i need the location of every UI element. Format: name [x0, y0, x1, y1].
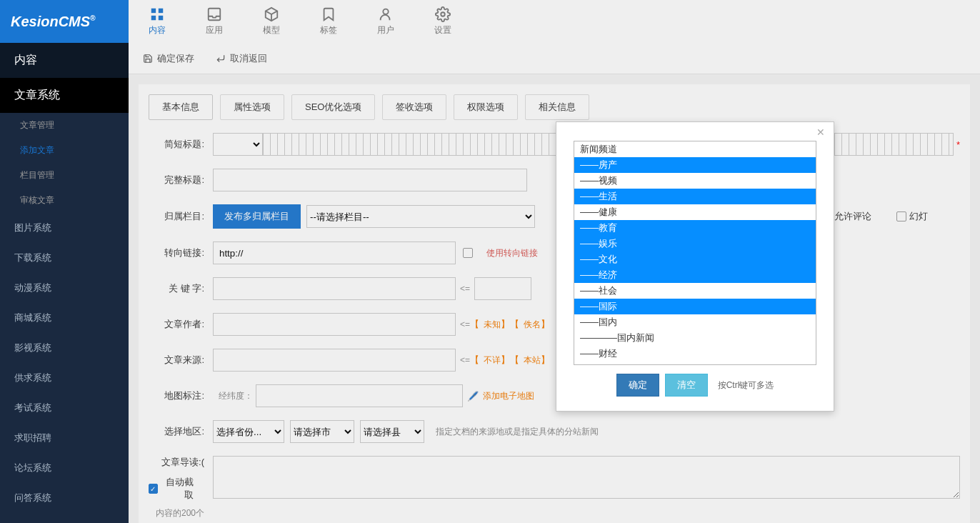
sidebar-item[interactable]: 商城系统	[0, 303, 129, 333]
sidebar-subitem[interactable]: 添加文章	[0, 138, 129, 163]
full-title-input[interactable]	[213, 169, 527, 191]
category-select[interactable]: --请选择栏目--	[306, 205, 535, 228]
form-tab[interactable]: 属性选项	[220, 94, 284, 120]
sidebar-title: 内容	[0, 43, 129, 78]
add-map-link[interactable]: 添加电子地图	[483, 390, 534, 402]
topnav-item-inbox[interactable]: 应用	[186, 0, 243, 43]
brand-sup: ®	[90, 14, 95, 22]
county-select[interactable]: 请选择县	[360, 420, 424, 443]
svg-rect-1	[159, 9, 163, 13]
map-lonlat-input[interactable]	[256, 384, 463, 407]
form-tab[interactable]: 相关信息	[525, 94, 589, 120]
topnav-item-bookmark[interactable]: 标签	[300, 0, 357, 43]
full-title-label: 完整标题:	[149, 174, 213, 186]
category-option[interactable]: 新闻频道	[574, 141, 816, 157]
keyword-aux-input[interactable]	[474, 277, 531, 300]
cube-icon	[264, 6, 279, 22]
sidebar-item[interactable]: 问答系统	[0, 483, 129, 513]
author-preset-unknown[interactable]: 未知	[484, 319, 501, 331]
back-icon	[216, 54, 226, 64]
topnav-item-user[interactable]: 用户	[357, 0, 414, 43]
use-redirect-checkbox[interactable]	[463, 248, 476, 258]
source-preset-unknown[interactable]: 不详	[484, 354, 501, 367]
keyword-input[interactable]	[213, 277, 456, 300]
sidebar-item[interactable]: 图片系统	[0, 213, 129, 243]
sidebar-item[interactable]: 求职招聘	[0, 423, 129, 453]
redirect-input[interactable]	[213, 241, 456, 264]
category-option[interactable]: ——社会	[574, 283, 816, 299]
sidebar-item[interactable]: 动漫系统	[0, 273, 129, 303]
sidebar-subitem[interactable]: 栏目管理	[0, 163, 129, 188]
topnav-item-cube[interactable]: 模型	[243, 0, 300, 43]
category-option[interactable]: ——视频	[574, 173, 816, 189]
category-modal: ✕ 新闻频道——房产——视频——生活——健康——教育——娱乐——文化——经济——…	[556, 121, 834, 412]
toolbar: 确定保存 取消返回	[129, 43, 980, 74]
svg-point-5	[383, 9, 388, 14]
category-option[interactable]: ——动漫资讯	[574, 362, 816, 365]
sidebar-item[interactable]: 考试系统	[0, 393, 129, 423]
sidebar-subitem[interactable]: 审核文章	[0, 188, 129, 213]
form-tab[interactable]: 基本信息	[149, 94, 213, 120]
svg-point-6	[441, 12, 445, 16]
form-tab[interactable]: 签收选项	[382, 94, 446, 120]
category-option[interactable]: ——国际	[574, 299, 816, 314]
sidebar-item[interactable]: 论坛系统	[0, 453, 129, 483]
save-icon	[143, 54, 153, 64]
redirect-label: 转向链接:	[149, 246, 213, 259]
category-option[interactable]: ——娱乐	[574, 236, 816, 251]
sidebar-item[interactable]: 供求系统	[0, 363, 129, 393]
cancel-button[interactable]: 取消返回	[216, 52, 267, 65]
sidebar-subitem[interactable]: 文章管理	[0, 113, 129, 138]
top-nav: 内容应用模型标签用户设置	[129, 0, 980, 43]
slide-checkbox[interactable]: 幻灯	[896, 210, 928, 223]
author-input[interactable]	[213, 313, 456, 336]
map-label: 地图标注:	[149, 389, 213, 402]
modal-close-icon[interactable]: ✕	[816, 126, 825, 138]
category-option[interactable]: ————国内新闻	[574, 330, 816, 346]
gear-icon	[435, 6, 451, 22]
form-tabs: 基本信息属性选项SEO优化选项签收选项权限选项相关信息	[149, 94, 960, 120]
auto-cut-checkbox[interactable]: ✓自动截取	[149, 476, 194, 502]
required-marker: *	[956, 139, 960, 150]
svg-rect-0	[151, 9, 156, 13]
topnav-item-apps[interactable]: 内容	[129, 0, 186, 43]
multi-category-button[interactable]: 发布多归属栏目	[213, 204, 301, 229]
category-option[interactable]: ——生活	[574, 189, 816, 204]
category-option[interactable]: ——房产	[574, 157, 816, 173]
source-preset-site[interactable]: 本站	[524, 354, 541, 367]
category-option[interactable]: ——国内	[574, 314, 816, 330]
sidebar-current-module[interactable]: 文章系统	[0, 78, 129, 113]
title-prefix-select[interactable]	[213, 133, 263, 156]
category-label: 归属栏目:	[149, 210, 213, 223]
svg-rect-3	[159, 16, 163, 20]
category-option[interactable]: ——文化	[574, 251, 816, 267]
author-preset-anon[interactable]: 佚名	[524, 319, 541, 331]
source-input[interactable]	[213, 349, 456, 372]
short-title-label: 简短标题:	[149, 138, 213, 151]
region-hint: 指定文档的来源地或是指定具体的分站新闻	[436, 426, 599, 438]
category-option[interactable]: ——教育	[574, 220, 816, 236]
svg-rect-4	[209, 9, 221, 21]
modal-ok-button[interactable]: 确定	[616, 374, 659, 397]
category-option[interactable]: ——健康	[574, 204, 816, 220]
topnav-item-gear[interactable]: 设置	[414, 0, 471, 43]
save-button[interactable]: 确定保存	[143, 52, 194, 65]
sidebar-item[interactable]: 空间门户	[0, 513, 129, 523]
modal-clear-button[interactable]: 清空	[665, 374, 708, 397]
form-tab[interactable]: 权限选项	[454, 94, 518, 120]
intro-label: 文章导读:(	[149, 456, 204, 469]
category-list[interactable]: 新闻频道——房产——视频——生活——健康——教育——娱乐——文化——经济——社会…	[574, 141, 816, 365]
province-select[interactable]: 选择省份...	[213, 420, 284, 443]
sidebar-item[interactable]: 影视系统	[0, 333, 129, 363]
intro-textarea[interactable]	[213, 456, 960, 499]
content-area: 基本信息属性选项SEO优化选项签收选项权限选项相关信息 简短标题: * 完整标题…	[129, 74, 980, 523]
header: KesionCMS® 内容应用模型标签用户设置	[0, 0, 980, 43]
sidebar-item[interactable]: 下载系统	[0, 243, 129, 273]
author-label: 文章作者:	[149, 318, 213, 331]
content-count-hint: 内容的200个	[154, 507, 204, 519]
category-option[interactable]: ——财经	[574, 346, 816, 362]
city-select[interactable]: 请选择市	[290, 420, 354, 443]
brand-name: KesionCMS	[11, 14, 90, 29]
category-option[interactable]: ——经济	[574, 267, 816, 283]
form-tab[interactable]: SEO优化选项	[291, 94, 375, 120]
